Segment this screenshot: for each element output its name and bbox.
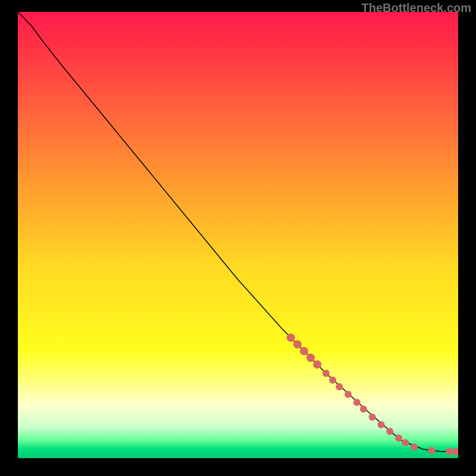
data-point <box>322 370 330 377</box>
data-point <box>360 406 367 413</box>
chart-svg <box>18 12 458 458</box>
data-point <box>313 361 321 369</box>
data-points-group <box>287 334 458 455</box>
data-point <box>369 414 376 421</box>
data-point <box>395 434 402 441</box>
data-point <box>300 347 308 355</box>
chart-gradient-background <box>18 12 458 458</box>
data-point <box>446 448 453 455</box>
data-point <box>378 421 385 428</box>
data-point <box>287 334 295 342</box>
bottleneck-curve <box>18 12 458 452</box>
data-point <box>353 399 361 406</box>
data-point <box>329 377 336 384</box>
data-point <box>293 340 302 349</box>
data-point <box>428 447 436 454</box>
data-point <box>336 383 343 390</box>
data-point <box>402 439 409 446</box>
data-point <box>411 443 418 450</box>
watermark-text: TheBottleneck.com <box>362 1 471 15</box>
data-point <box>345 391 352 398</box>
data-point <box>452 448 458 455</box>
data-point <box>386 428 393 435</box>
data-point <box>306 353 315 362</box>
